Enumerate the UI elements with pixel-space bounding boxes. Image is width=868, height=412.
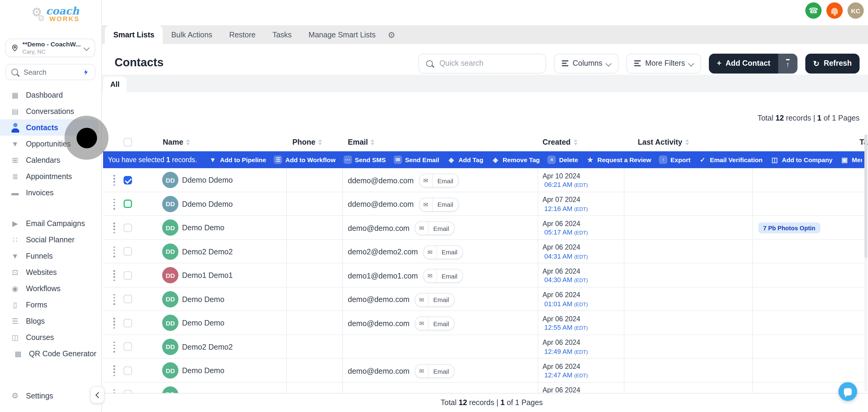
sidebar-item-settings[interactable]: ⚙ Settings — [0, 388, 101, 404]
avatar[interactable]: DD — [162, 291, 179, 307]
bulk-action-button[interactable]: ▣ Merge — [840, 156, 862, 164]
tab[interactable]: Manage Smart Lists — [300, 25, 384, 44]
created-time[interactable]: 01:01 AM (EDT) — [542, 299, 588, 308]
tab-settings-gear-icon[interactable]: ⚙ — [384, 25, 399, 44]
user-avatar[interactable]: KC — [847, 2, 864, 19]
contact-name[interactable]: Demo1 Demo1 — [182, 271, 233, 280]
tab-all[interactable]: All — [103, 76, 127, 92]
contact-name[interactable]: Demo Demo — [182, 367, 224, 375]
tab[interactable]: Tasks — [264, 25, 300, 44]
quick-search-input[interactable] — [438, 59, 538, 68]
bulk-action-button[interactable]: × Delete — [548, 156, 578, 164]
avatar[interactable]: DD — [162, 196, 179, 212]
sidebar-item[interactable]: ▬ Invoices — [0, 185, 99, 201]
row-menu-kebab-icon[interactable] — [112, 221, 116, 234]
more-filters-button[interactable]: More Filters — [627, 53, 701, 73]
created-time[interactable]: 06:21 AM (EDT) — [542, 180, 588, 189]
row-checkbox[interactable] — [124, 247, 132, 256]
sidebar-search[interactable] — [5, 64, 95, 80]
contact-name[interactable]: Demo Demo — [182, 295, 224, 304]
avatar[interactable]: DD — [162, 315, 179, 331]
bulk-action-button[interactable]: ⋯ Send SMS — [343, 156, 386, 164]
created-time[interactable]: 04:30 AM (EDT) — [542, 276, 588, 284]
columns-button[interactable]: Columns — [554, 53, 619, 73]
email-button[interactable]: ✉ Email — [419, 173, 459, 187]
contact-name[interactable]: Demo Demo — [182, 319, 224, 327]
email-button[interactable]: ✉ Email — [423, 269, 463, 283]
contact-name[interactable]: Demo2 Demo2 — [182, 343, 233, 351]
phone-button[interactable]: ☎ — [805, 2, 822, 19]
sidebar-item[interactable]: ∷ Social Planner — [0, 231, 99, 248]
sidebar-item[interactable]: ▩ QR Code Generator — [0, 345, 99, 362]
location-switcher[interactable]: **Demo - CoachW... Cary, NC — [5, 39, 95, 57]
avatar[interactable]: DD — [162, 386, 179, 393]
email-button[interactable]: ✉ Email — [415, 221, 455, 235]
email-button[interactable]: ✉ Email — [419, 197, 459, 211]
email-button[interactable]: ✉ Email — [415, 293, 455, 307]
row-checkbox[interactable] — [124, 223, 132, 232]
column-header-phone[interactable]: Phone — [292, 134, 322, 150]
refresh-button[interactable]: ↻ Refresh — [805, 53, 860, 73]
bulk-action-button[interactable]: ✉ Send Email — [394, 156, 439, 164]
sidebar-item[interactable]: ▯ Forms — [0, 296, 99, 313]
contact-name[interactable]: Ddemo Ddemo — [182, 200, 233, 208]
row-menu-kebab-icon[interactable] — [112, 173, 116, 187]
row-menu-kebab-icon[interactable] — [112, 316, 116, 330]
import-contacts-button[interactable]: ↑ — [778, 53, 798, 73]
row-checkbox[interactable] — [124, 342, 132, 351]
row-menu-kebab-icon[interactable] — [112, 269, 116, 282]
row-checkbox[interactable] — [124, 176, 132, 184]
chat-widget-button[interactable] — [838, 382, 857, 401]
sidebar-collapse-button[interactable] — [90, 386, 104, 403]
notifications-button[interactable] — [827, 2, 843, 19]
sidebar-item[interactable]: ◫ Courses — [0, 329, 99, 345]
sidebar-item[interactable]: ▦ Dashboard — [0, 87, 99, 103]
tab[interactable]: Bulk Actions — [163, 25, 221, 44]
row-menu-kebab-icon[interactable] — [112, 364, 116, 377]
row-menu-kebab-icon[interactable] — [112, 245, 116, 258]
bulk-action-button[interactable]: ★ Request a Review — [586, 156, 651, 164]
avatar[interactable]: DD — [162, 267, 179, 283]
quick-search[interactable] — [418, 53, 546, 73]
sidebar-item[interactable]: ≣ Appointments — [0, 168, 99, 185]
tag-chip[interactable]: 7 Pb Photos Optin — [758, 222, 820, 233]
tab[interactable]: Smart Lists — [105, 25, 163, 44]
column-header-last-activity[interactable]: Last Activity — [638, 134, 689, 150]
sidebar-search-input[interactable] — [22, 67, 79, 77]
created-time[interactable]: 05:17 AM (EDT) — [542, 228, 588, 236]
scrollbar-thumb[interactable] — [864, 134, 867, 258]
select-all-checkbox[interactable] — [124, 138, 132, 147]
bulk-action-button[interactable]: ◈ Remove Tag — [491, 156, 540, 164]
bulk-action-button[interactable]: ☰ Add to Workflow — [274, 156, 336, 164]
quick-actions-bolt-icon[interactable] — [83, 68, 89, 76]
email-button[interactable]: ✉ Email — [415, 316, 455, 330]
row-checkbox[interactable] — [124, 366, 132, 375]
row-checkbox[interactable] — [124, 199, 132, 208]
avatar[interactable]: DD — [162, 172, 179, 188]
created-time[interactable]: 12:47 AM (EDT) — [542, 371, 588, 379]
sidebar-item[interactable]: ☰ Blogs — [0, 313, 99, 329]
column-header-name[interactable]: Name — [163, 134, 190, 150]
contact-name[interactable]: Ddemo Ddemo — [182, 176, 233, 185]
avatar[interactable]: DD — [162, 339, 179, 355]
row-checkbox[interactable] — [124, 295, 132, 303]
row-checkbox[interactable] — [124, 271, 132, 279]
row-menu-kebab-icon[interactable] — [112, 197, 116, 211]
created-time[interactable]: 12:49 AM (EDT) — [542, 347, 588, 355]
avatar[interactable]: DD — [162, 243, 179, 259]
row-menu-kebab-icon[interactable] — [112, 340, 116, 353]
column-header-created[interactable]: Created — [542, 134, 577, 150]
contact-name[interactable]: Demo Demo — [182, 224, 224, 232]
avatar[interactable]: DD — [162, 362, 179, 379]
bulk-action-button[interactable]: ✓ Email Verification — [698, 156, 763, 164]
created-time[interactable]: 12:16 AM (EDT) — [542, 204, 588, 213]
bulk-action-button[interactable]: ▼ Add to Pipeline — [209, 156, 266, 164]
row-menu-kebab-icon[interactable] — [112, 293, 116, 306]
bulk-action-button[interactable]: ◫ Add to Company — [770, 156, 832, 164]
column-header-email[interactable]: Email — [348, 134, 375, 150]
tab[interactable]: Restore — [221, 25, 264, 44]
sidebar-item[interactable]: ▶ Email Campaigns — [0, 215, 99, 231]
add-contact-button[interactable]: + Add Contact — [709, 53, 778, 73]
avatar[interactable]: DD — [162, 219, 179, 236]
email-button[interactable]: ✉ Email — [423, 245, 463, 259]
